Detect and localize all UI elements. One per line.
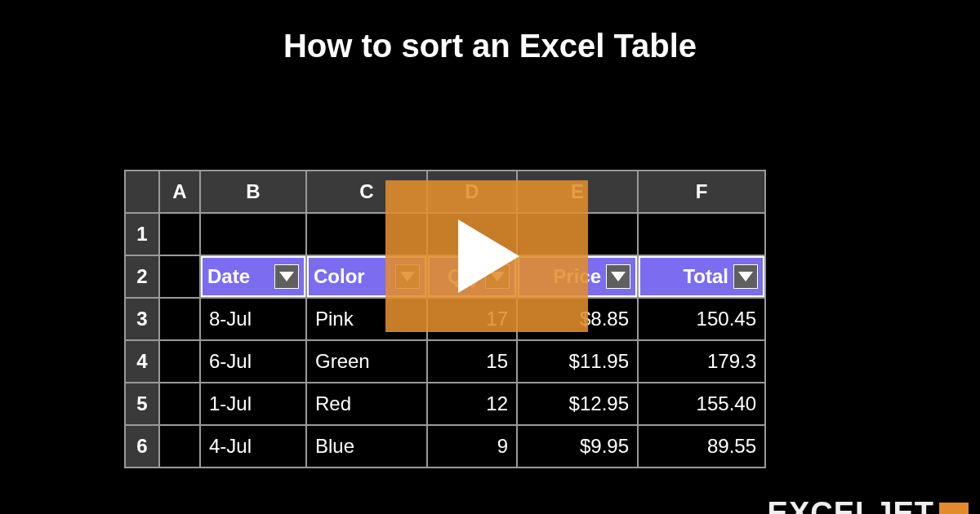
cell-A6[interactable] (159, 425, 200, 467)
col-header-A[interactable]: A (159, 171, 200, 213)
cell-A1[interactable] (159, 213, 200, 255)
row-header-2[interactable]: 2 (125, 255, 159, 298)
chevron-down-icon (738, 272, 753, 281)
cell-E4[interactable]: $11.95 (517, 340, 638, 383)
play-icon (454, 219, 519, 293)
brand-text: EXCELJET (768, 498, 934, 514)
row-6: 6 4-Jul Blue 9 $9.95 89.55 (125, 425, 765, 467)
row-header-4[interactable]: 4 (125, 340, 159, 383)
svg-marker-0 (279, 272, 294, 281)
cell-C6[interactable]: Blue (306, 425, 427, 467)
play-button[interactable] (385, 180, 588, 332)
cell-A4[interactable] (159, 340, 200, 383)
col-header-B[interactable]: B (200, 171, 306, 213)
filter-dropdown-date[interactable] (274, 264, 299, 289)
filter-dropdown-price[interactable] (606, 264, 630, 289)
filter-dropdown-total[interactable] (733, 264, 758, 289)
header-label-color: Color (314, 265, 390, 288)
cell-B5[interactable]: 1-Jul (200, 383, 306, 425)
svg-marker-4 (738, 272, 753, 281)
cell-D6[interactable]: 9 (427, 425, 517, 467)
cell-F5[interactable]: 155.40 (638, 383, 765, 425)
cell-B4[interactable]: 6-Jul (200, 340, 306, 383)
row-header-6[interactable]: 6 (125, 425, 159, 467)
row-header-3[interactable]: 3 (125, 298, 159, 340)
col-header-F[interactable]: F (638, 171, 765, 213)
cell-F4[interactable]: 179.3 (638, 340, 765, 383)
row-header-5[interactable]: 5 (125, 383, 159, 425)
cell-E6[interactable]: $9.95 (517, 425, 638, 467)
header-label-total: Total (645, 265, 728, 288)
svg-marker-5 (458, 219, 519, 293)
cell-D5[interactable]: 12 (427, 383, 517, 425)
cell-D4[interactable]: 15 (427, 340, 517, 383)
svg-marker-3 (611, 272, 626, 281)
cell-C4[interactable]: Green (306, 340, 427, 383)
cell-B1[interactable] (200, 213, 306, 255)
cell-A5[interactable] (159, 383, 200, 425)
row-5: 5 1-Jul Red 12 $12.95 155.40 (125, 383, 765, 425)
cell-F3[interactable]: 150.45 (638, 298, 765, 340)
corner-cell (125, 171, 159, 213)
cell-A2[interactable] (159, 255, 200, 298)
cell-C5[interactable]: Red (306, 383, 427, 425)
cell-F6[interactable]: 89.55 (638, 425, 765, 467)
chevron-down-icon (611, 272, 626, 281)
row-header-1[interactable]: 1 (125, 213, 159, 255)
cell-A3[interactable] (159, 298, 200, 340)
cell-B6[interactable]: 4-Jul (200, 425, 306, 467)
page-title: How to sort an Excel Table (0, 0, 980, 64)
cell-B3[interactable]: 8-Jul (200, 298, 306, 340)
cell-E5[interactable]: $12.95 (517, 383, 638, 425)
brand-mark-icon (939, 503, 969, 514)
brand-logo: EXCELJET (768, 498, 969, 514)
table-header-date[interactable]: Date (200, 255, 306, 298)
cell-F1[interactable] (638, 213, 765, 255)
header-label-date: Date (207, 265, 270, 288)
table-header-total[interactable]: Total (638, 255, 765, 298)
chevron-down-icon (279, 272, 294, 281)
row-4: 4 6-Jul Green 15 $11.95 179.3 (125, 340, 765, 383)
